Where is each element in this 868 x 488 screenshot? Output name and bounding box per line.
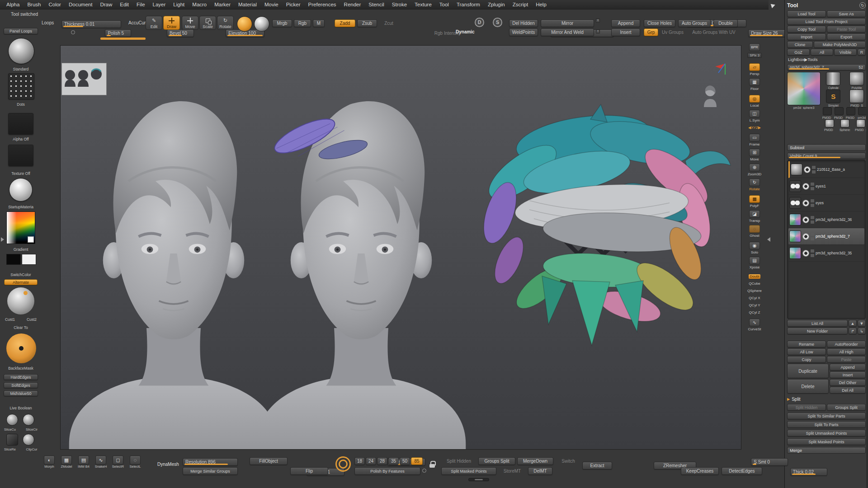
- extract-button[interactable]: Extract: [582, 462, 612, 469]
- lsym-item[interactable]: ◫L.Sym: [749, 110, 760, 123]
- menu-preferences[interactable]: Preferences: [308, 2, 336, 7]
- subtool-down-icon[interactable]: ▼: [858, 320, 866, 327]
- split-masked-button[interactable]: Split Masked Points: [787, 438, 866, 445]
- double-item[interactable]: Doubl: [749, 273, 761, 279]
- subtool-thumbnail[interactable]: [789, 247, 801, 259]
- flip-button[interactable]: Flip: [290, 467, 328, 475]
- subtool-row-base[interactable]: 210512_Base_a: [788, 161, 864, 178]
- menu-alpha[interactable]: Alpha: [6, 2, 19, 7]
- hair-wig-model[interactable]: [477, 104, 731, 345]
- menu-tool[interactable]: Tool: [439, 2, 449, 7]
- tool-thumb-simple-brush[interactable]: S: [826, 89, 840, 103]
- fillobject-button[interactable]: FillObject: [250, 457, 288, 465]
- menu-file[interactable]: File: [137, 2, 145, 7]
- append-button[interactable]: Append: [611, 19, 640, 27]
- load-tool-button[interactable]: Load Tool: [787, 10, 826, 17]
- subtool-thumbnail[interactable]: [789, 197, 801, 209]
- dynamic-label[interactable]: Dynamic: [456, 29, 475, 34]
- goz-visible-button[interactable]: Visible: [834, 49, 857, 56]
- append-subtool-button[interactable]: Append: [830, 364, 866, 371]
- morph-brush-button[interactable]: ◐Morph: [42, 455, 56, 469]
- thick-slider[interactable]: Thick 0.02: [790, 468, 827, 476]
- menu-zscript[interactable]: Zscript: [513, 2, 528, 7]
- clone-button[interactable]: Clone: [787, 41, 813, 48]
- res-preset-28-button[interactable]: 28: [377, 457, 387, 465]
- copy-tool-button[interactable]: Copy Tool: [787, 26, 826, 33]
- menu-render[interactable]: Render: [344, 2, 361, 7]
- xyz-axes-label[interactable]: ◀XYZ▶: [748, 126, 761, 130]
- material-thumbnail[interactable]: [9, 178, 33, 202]
- detectedges-button[interactable]: DetectEdges: [722, 467, 762, 475]
- mid-value-button[interactable]: MidValue50: [4, 390, 38, 396]
- visibility-eye-icon[interactable]: [802, 183, 809, 190]
- res-preset-85-button[interactable]: 85: [411, 457, 423, 465]
- move-button[interactable]: Move: [182, 16, 198, 30]
- goz-all-button[interactable]: All: [811, 49, 833, 56]
- alpha-thumbnail[interactable]: [8, 113, 33, 135]
- color-picker[interactable]: [6, 211, 35, 244]
- material-preview-bust-icon[interactable]: [703, 84, 718, 107]
- polyframe-icon[interactable]: ▩: [749, 195, 760, 203]
- zsub-button[interactable]: Zsub: [357, 19, 377, 27]
- auto-groups-button[interactable]: Auto Groups: [678, 19, 711, 27]
- cust-color-sphere[interactable]: [7, 287, 34, 314]
- local-pivot-icon[interactable]: ◎: [749, 95, 760, 103]
- persp-icon[interactable]: ▱: [749, 63, 760, 71]
- polish-circles-icon[interactable]: [335, 456, 351, 472]
- split-section-header[interactable]: ▶ Split: [787, 396, 866, 402]
- lock-icon[interactable]: [429, 461, 435, 468]
- subtool-row-eyes1[interactable]: eyes1: [788, 178, 864, 195]
- visible-count-slider[interactable]: Visible Count 9: [787, 153, 866, 159]
- polish-by-features-button[interactable]: Polish By Features: [354, 467, 420, 475]
- double-sided-label[interactable]: Doubl: [749, 274, 761, 279]
- qcyly-item[interactable]: QCyl Y: [749, 302, 760, 308]
- delete-button[interactable]: Delete: [787, 379, 829, 394]
- canvas-scrollbar[interactable]: [468, 478, 489, 481]
- menu-marker[interactable]: Marker: [214, 2, 231, 7]
- goz-r-button[interactable]: R: [858, 49, 866, 56]
- curve-stroke-icon[interactable]: ∿: [749, 319, 760, 326]
- floor-grid-icon[interactable]: ▦: [749, 78, 760, 86]
- d-toggle[interactable]: D: [475, 18, 484, 27]
- slice-rect-icon[interactable]: [6, 434, 18, 446]
- menu-help[interactable]: Help: [536, 2, 547, 7]
- xpose-item[interactable]: ▤Xpose: [749, 257, 760, 270]
- select-lasso-button[interactable]: ◌SelectL: [128, 455, 142, 469]
- menu-layer[interactable]: Layer: [153, 2, 166, 7]
- tool-thumb-small-2[interactable]: [835, 107, 844, 115]
- split-hidden-bottom-button[interactable]: Split Hidden: [441, 457, 476, 465]
- lsym-icon[interactable]: ◫: [749, 110, 760, 117]
- viewport-3d[interactable]: [61, 46, 741, 450]
- persp-item[interactable]: ▱Persp: [749, 63, 760, 76]
- tray-scrollbar[interactable]: [866, 0, 868, 488]
- mirror-button[interactable]: Mirror: [541, 19, 594, 27]
- scale-button[interactable]: Scale: [199, 16, 216, 30]
- curvest-item[interactable]: ∿CurveSt: [748, 319, 761, 332]
- subtool-toggle-icons[interactable]: [811, 233, 814, 240]
- menu-material[interactable]: Material: [238, 2, 257, 7]
- resolution-slider[interactable]: Resolution 896: [183, 458, 238, 466]
- menu-light[interactable]: Light: [173, 2, 184, 7]
- bpr-item[interactable]: BPR: [749, 43, 760, 51]
- export-button[interactable]: Export: [827, 33, 866, 40]
- tool-palette-header[interactable]: Tool ↻: [787, 1, 866, 9]
- visibility-eye-icon[interactable]: [802, 250, 809, 257]
- subtool-thumbnail[interactable]: [789, 230, 801, 242]
- document-minimap[interactable]: [61, 63, 107, 95]
- current-stroke-thumbnail[interactable]: [254, 16, 269, 32]
- visibility-eye-icon[interactable]: [802, 200, 809, 206]
- tool-thumb-small-7[interactable]: [856, 119, 865, 127]
- mirror-and-weld-button[interactable]: Mirror And Weld: [541, 28, 594, 36]
- weldpoints-button[interactable]: WeldPoints: [509, 28, 538, 36]
- make-polymesh3d-button[interactable]: Make PolyMesh3D: [814, 41, 866, 48]
- rotate-button[interactable]: ↻ Rotate: [217, 16, 234, 30]
- snakehook-brush-button[interactable]: ∿SnakeH: [94, 455, 108, 469]
- thickness-slider[interactable]: Thickness 0.01: [61, 20, 121, 28]
- menu-macro[interactable]: Macro: [192, 2, 207, 7]
- insert-subtool-button[interactable]: Insert: [830, 371, 866, 378]
- menu-picker[interactable]: Picker: [286, 2, 301, 7]
- spix-item[interactable]: SPix 3: [747, 53, 762, 58]
- subtool-thumbnail[interactable]: [789, 214, 801, 225]
- clear-to-label[interactable]: Clear To: [0, 325, 42, 330]
- load-from-project-button[interactable]: Load Tool From Project: [787, 18, 866, 25]
